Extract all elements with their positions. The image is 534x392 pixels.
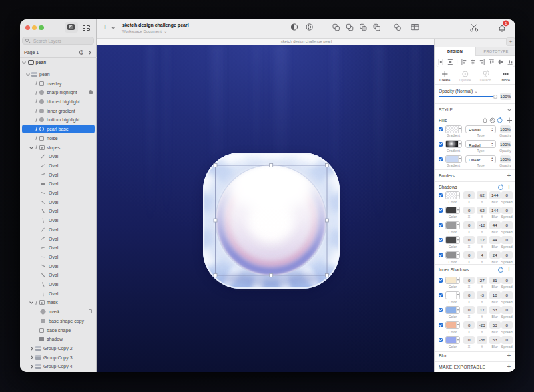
svg-text:Update: Update (459, 78, 471, 82)
svg-text:Create: Create (439, 78, 450, 82)
svg-text:Detach: Detach (480, 78, 491, 82)
svg-text:More: More (502, 78, 510, 82)
